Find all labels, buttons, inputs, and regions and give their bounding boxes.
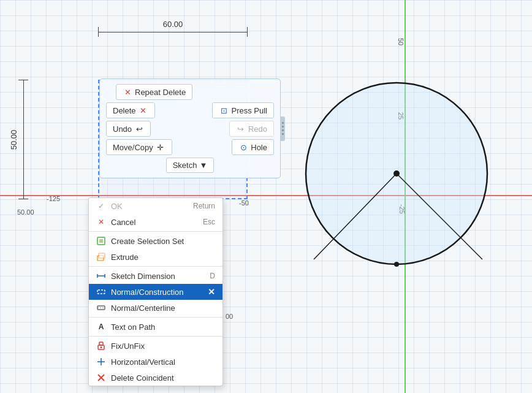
toolbar-row-4: Move/Copy ✛ ⊙ Hole [106, 139, 274, 155]
redo-button[interactable]: ↪ Redo [229, 121, 274, 137]
label-bot-50: 50.00 [17, 208, 34, 216]
repeat-delete-icon: ✕ [123, 87, 132, 97]
delete-button[interactable]: Delete ✕ [106, 102, 155, 118]
toolbar-row-3: Undo ↩ ↪ Redo [106, 121, 274, 137]
ctx-cancel[interactable]: ✕ Cancel Esc [89, 214, 222, 230]
delete-icon: ✕ [139, 105, 148, 115]
ctx-sketch-dim-shortcut: D [210, 272, 215, 280]
ctx-normal-construction-label: Normal/Construction [111, 288, 184, 297]
left-dimension: 50.00 [17, 80, 29, 199]
top-dim-label: 60.00 [163, 20, 183, 29]
ctx-sketch-dim-label: Sketch Dimension [111, 272, 175, 281]
ctx-ok-shortcut: Return [193, 202, 215, 210]
ctx-text-on-path-label: Text on Path [111, 322, 155, 332]
ctx-text-on-path[interactable]: A Text on Path [89, 319, 222, 335]
press-pull-label: Press Pull [231, 106, 267, 115]
ctx-ok[interactable]: ✓ OK Return [89, 198, 222, 214]
context-menu: ✓ OK Return ✕ Cancel Esc Create Selectio… [88, 197, 223, 386]
ctx-selection-set-label: Create Selection Set [111, 237, 184, 246]
ctx-cancel-shortcut: Esc [203, 218, 215, 226]
canvas-area: 60.00 50.00 50 25 -25 -125 50.00 -50 00 [0, 0, 532, 393]
undo-icon: ↩ [134, 124, 144, 134]
text-on-path-icon: A [96, 322, 106, 332]
ctx-normal-construction[interactable]: Normal/Construction ✕ [89, 284, 222, 300]
top-dimension: 60.00 [98, 26, 248, 38]
ctx-extrude-label: Extrude [111, 253, 139, 262]
redo-label: Redo [248, 124, 267, 134]
divider-3 [89, 317, 222, 318]
ctx-horiz-vert-label: Horizontal/Vertical [111, 357, 175, 367]
cancel-icon: ✕ [96, 217, 106, 227]
press-pull-icon: ⊡ [219, 105, 229, 115]
undo-button[interactable]: Undo ↩ [106, 121, 151, 137]
divider-2 [89, 266, 222, 267]
undo-label: Undo [113, 124, 132, 134]
hole-button[interactable]: ⊙ Hole [232, 139, 274, 155]
divider-4 [89, 336, 222, 337]
sketch-label: Sketch [173, 161, 197, 170]
ctx-normal-construction-close[interactable]: ✕ [208, 287, 215, 297]
ok-icon: ✓ [96, 201, 106, 211]
hole-label: Hole [251, 143, 267, 152]
label-neg50: -50 [239, 199, 249, 207]
sketch-dropdown[interactable]: Sketch ▼ [166, 158, 215, 173]
ctx-ok-label: OK [111, 202, 123, 211]
ctx-extrude[interactable]: Extrude [89, 249, 222, 265]
divider-1 [89, 231, 222, 232]
label-100: 00 [226, 313, 233, 320]
selection-set-icon [96, 236, 106, 246]
label-50-top: 50 [397, 38, 405, 45]
toolbar-row-1: ✕ Repeat Delete [106, 84, 274, 100]
delete-coincident-icon [96, 373, 106, 383]
ctx-selection-set[interactable]: Create Selection Set [89, 233, 222, 249]
repeat-delete-label: Repeat Delete [135, 88, 186, 97]
circle-container [302, 78, 492, 269]
toolbar-row-5: Sketch ▼ [106, 158, 274, 173]
svg-point-17 [101, 346, 102, 348]
repeat-delete-button[interactable]: ✕ Repeat Delete [116, 84, 192, 100]
svg-rect-6 [99, 239, 103, 243]
ctx-delete-coincident[interactable]: Delete Coincident [89, 370, 222, 386]
ctx-cancel-label: Cancel [111, 218, 135, 227]
svg-point-4 [394, 262, 399, 267]
toolbar-panel: ✕ Repeat Delete Delete ✕ ⊡ Press Pull [99, 78, 281, 178]
redo-icon: ↪ [236, 124, 246, 134]
normal-centerline-icon [96, 303, 106, 313]
circle-svg [302, 78, 492, 269]
ctx-sketch-dim[interactable]: Sketch Dimension D [89, 268, 222, 284]
ctx-fix-unfix-label: Fix/UnFix [111, 341, 145, 351]
move-copy-button[interactable]: Move/Copy ✛ [106, 139, 172, 155]
ctx-horiz-vert[interactable]: Horizontal/Vertical [89, 354, 222, 370]
delete-label: Delete [113, 106, 136, 115]
svg-rect-8 [99, 253, 105, 258]
ctx-delete-coincident-label: Delete Coincident [111, 373, 174, 383]
ctx-normal-centerline-label: Normal/Centerline [111, 303, 175, 313]
sketch-dim-icon [96, 271, 106, 281]
left-dim-label: 50.00 [9, 129, 18, 150]
ctx-fix-unfix[interactable]: Fix/UnFix [89, 338, 222, 354]
press-pull-button[interactable]: ⊡ Press Pull [212, 102, 274, 118]
move-copy-icon: ✛ [156, 142, 165, 152]
horiz-vert-icon [96, 357, 106, 367]
label-neg125: -125 [47, 195, 60, 202]
hole-icon: ⊙ [238, 142, 248, 152]
extrude-icon [96, 252, 106, 262]
svg-point-3 [393, 170, 400, 177]
drag-handle[interactable] [280, 116, 285, 141]
svg-rect-12 [97, 290, 105, 294]
toolbar-row-2: Delete ✕ ⊡ Press Pull [106, 102, 274, 118]
sketch-chevron-icon: ▼ [199, 161, 207, 170]
fix-unfix-icon [96, 341, 106, 351]
move-copy-label: Move/Copy [113, 143, 153, 152]
normal-construction-icon [96, 287, 106, 297]
ctx-normal-centerline[interactable]: Normal/Centerline [89, 300, 222, 316]
